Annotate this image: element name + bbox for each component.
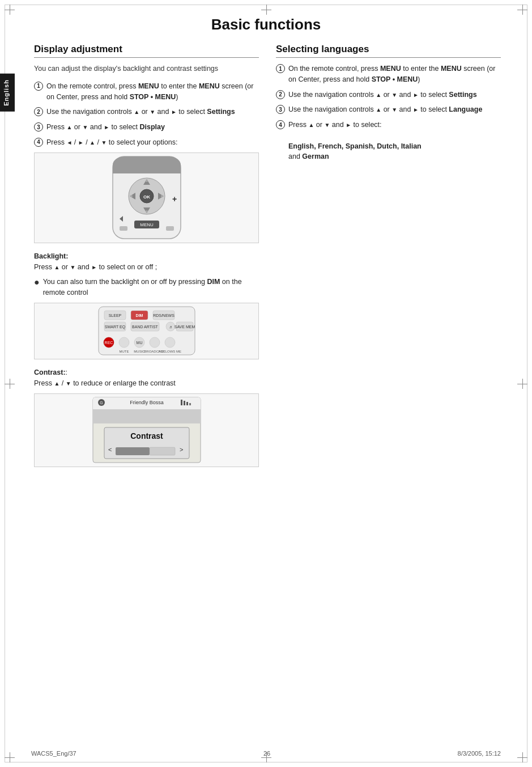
contrast-svg: G Friendly Bossa Contrast < >: [84, 395, 209, 465]
svg-text:DIM: DIM: [135, 313, 143, 317]
corner-crosshair-tr: [517, 5, 527, 15]
svg-point-11: [146, 210, 148, 213]
language-tab: English: [0, 74, 15, 112]
svg-point-13: [161, 195, 163, 197]
display-step-3: 3 Press or and to select Display: [34, 122, 259, 133]
svg-rect-52: [184, 401, 185, 405]
lang-step-2: 2 Use the navigation controls or and to …: [276, 90, 501, 100]
svg-text:SMART EQ: SMART EQ: [104, 325, 125, 329]
footer-file: WACS5_Eng/37: [31, 750, 76, 757]
contrast-heading: Contrast::: [34, 368, 259, 376]
languages-german: German: [302, 152, 329, 160]
corner-crosshair-ml: [5, 379, 15, 389]
svg-text:BAND ARTIST: BAND ARTIST: [132, 325, 158, 329]
svg-text:MUSIC: MUSIC: [134, 350, 145, 353]
corner-crosshair-mr: [517, 379, 527, 389]
svg-text:OK: OK: [143, 194, 150, 200]
step-1-content: On the remote control, press MENU to ent…: [46, 81, 259, 103]
step-2-content: Use the navigation controls or and to se…: [46, 107, 259, 117]
step-num-3: 3: [34, 122, 43, 132]
svg-text:>: >: [180, 446, 183, 453]
display-step-1: 1 On the remote control, press MENU to e…: [34, 81, 259, 103]
selecting-languages-heading: Selecting languages: [276, 44, 501, 58]
svg-rect-53: [186, 402, 188, 405]
step-3-content: Press or and to select Display: [46, 122, 259, 133]
corner-crosshair-tl: [5, 5, 15, 15]
bullet-icon: ●: [34, 277, 40, 298]
lang-step-num-1: 1: [276, 64, 285, 73]
svg-rect-2: [113, 165, 181, 173]
display-adjustment-heading: Display adjustment: [34, 44, 259, 58]
svg-text:<: <: [108, 446, 112, 453]
corner-crosshair-br: [517, 752, 527, 762]
backlight-bullet: ● You can also turn the backlight on or …: [34, 277, 259, 298]
step-4-content: Press / / / to select your options:: [46, 137, 259, 148]
footer-date: 8/3/2005, 15:12: [458, 750, 501, 757]
backlight-text: Press or and to select on or off ;: [34, 262, 259, 273]
backlight-bullet-text: You can also turn the backlight on or of…: [43, 277, 259, 298]
svg-text:+: +: [172, 194, 177, 204]
lang-step-2-content: Use the navigation controls or and to se…: [288, 90, 501, 100]
remote-control-image-dim: SLEEP DIM RDS/NEWS SMART EQ BAND ARTIST …: [34, 303, 259, 359]
footer: WACS5_Eng/37 26 8/3/2005, 15:12: [31, 750, 501, 757]
step-num-2: 2: [34, 107, 43, 116]
svg-rect-51: [181, 400, 182, 405]
footer-page-num: 26: [263, 750, 270, 757]
contrast-text: Press / to reduce or enlarge the contras…: [34, 378, 259, 389]
svg-text:SLEEP: SLEEP: [108, 313, 121, 317]
svg-text:FOLLOWS ME: FOLLOWS ME: [158, 350, 181, 353]
lang-step-num-2: 2: [276, 90, 285, 99]
svg-text:SAVE MEM: SAVE MEM: [174, 325, 195, 329]
display-adjustment-intro: You can adjust the display's backlight a…: [34, 63, 259, 74]
svg-text:RDS/NEWS: RDS/NEWS: [153, 313, 175, 317]
svg-text:MENU: MENU: [140, 222, 154, 227]
corner-crosshair-tc: [261, 5, 271, 15]
remote-svg-main: OK + MENU: [90, 154, 203, 241]
step-num-4: 4: [34, 138, 43, 147]
lang-step-3: 3 Use the navigation controls or and to …: [276, 104, 501, 115]
contrast-display-image: G Friendly Bossa Contrast < >: [34, 393, 259, 467]
svg-text:MUTE: MUTE: [119, 350, 129, 353]
lang-step-4-content: Press or and to select: English, French,…: [288, 120, 501, 162]
lang-step-num-4: 4: [276, 120, 285, 129]
svg-text:MU: MU: [136, 341, 142, 345]
svg-text:Friendly Bossa: Friendly Bossa: [130, 400, 164, 405]
svg-rect-18: [120, 226, 127, 231]
display-step-4: 4 Press / / / to select your options:: [34, 137, 259, 148]
right-column: Selecting languages 1 On the remote cont…: [276, 44, 501, 476]
step-num-1: 1: [34, 82, 43, 91]
corner-crosshair-bl: [5, 752, 15, 762]
display-step-2: 2 Use the navigation controls or and to …: [34, 107, 259, 117]
content-area: Display adjustment You can adjust the di…: [0, 44, 532, 499]
svg-point-12: [130, 195, 133, 197]
lang-step-4: 4 Press or and to select: English, Frenc…: [276, 120, 501, 162]
svg-text:REC: REC: [104, 341, 113, 345]
lang-step-1: 1 On the remote control, press MENU to e…: [276, 63, 501, 85]
remote-control-image-main: OK + MENU: [34, 152, 259, 243]
lang-step-num-3: 3: [276, 105, 285, 114]
svg-point-41: [165, 337, 175, 348]
svg-rect-61: [150, 447, 175, 455]
svg-text:Contrast: Contrast: [130, 431, 163, 440]
svg-rect-54: [189, 403, 191, 405]
lang-step-3-content: Use the navigation controls or and to se…: [288, 104, 501, 115]
svg-rect-19: [166, 226, 174, 231]
backlight-heading: Backlight:: [34, 252, 259, 260]
svg-rect-56: [93, 409, 201, 423]
svg-point-10: [146, 180, 148, 182]
svg-point-37: [119, 337, 129, 348]
svg-rect-60: [116, 447, 150, 455]
remote-svg-dim: SLEEP DIM RDS/NEWS SMART EQ BAND ARTIST …: [84, 304, 209, 358]
svg-point-40: [150, 337, 160, 348]
left-column: Display adjustment You can adjust the di…: [34, 44, 259, 476]
svg-text:G: G: [100, 401, 103, 405]
languages-list: English, French, Spanish, Dutch, Italian: [288, 142, 422, 150]
svg-text:♬: ♬: [169, 325, 172, 329]
lang-step-1-content: On the remote control, press MENU to ent…: [288, 63, 501, 85]
